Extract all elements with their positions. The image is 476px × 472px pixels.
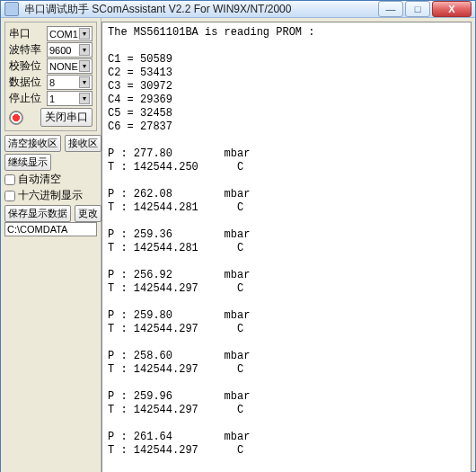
chevron-down-icon: ▾ — [79, 44, 90, 56]
data-select[interactable]: 8▾ — [47, 75, 93, 90]
maximize-button[interactable]: □ — [405, 1, 430, 17]
window-title: 串口调试助手 SComAssistant V2.2 For WIN9X/NT/2… — [24, 2, 378, 17]
close-port-button[interactable]: 关闭串口 — [40, 108, 93, 127]
stop-label: 停止位 — [9, 91, 47, 106]
baud-label: 波特率 — [9, 42, 47, 58]
continue-display-button[interactable]: 继续显示 — [4, 154, 51, 171]
port-select[interactable]: COM1▾ — [47, 26, 93, 41]
chevron-down-icon: ▾ — [79, 28, 90, 40]
save-data-button[interactable]: 保存显示数据 — [4, 205, 71, 222]
console-output[interactable]: The MS561101BA is reading PROM : C1 = 50… — [101, 22, 472, 472]
port-led-icon — [9, 111, 23, 125]
minimize-button[interactable]: — — [378, 1, 403, 17]
stop-select[interactable]: 1▾ — [47, 91, 93, 106]
baud-select[interactable]: 9600▾ — [47, 42, 93, 58]
clear-rx-button[interactable]: 清空接收区 — [4, 135, 61, 152]
data-label: 数据位 — [9, 75, 47, 90]
auto-clear-checkbox[interactable]: 自动清空 — [4, 172, 97, 187]
hex-display-checkbox[interactable]: 十六进制显示 — [4, 188, 97, 203]
parity-select[interactable]: NONE▾ — [47, 58, 93, 74]
rx-area-button[interactable]: 接收区 — [65, 135, 101, 152]
chevron-down-icon: ▾ — [79, 60, 90, 72]
parity-label: 校验位 — [9, 58, 47, 74]
app-icon — [4, 2, 19, 16]
port-group: 串口 COM1▾ 波特率 9600▾ 校验位 NONE▾ 数据位 8▾ 停止位 … — [4, 22, 97, 131]
change-path-button[interactable]: 更改 — [75, 205, 101, 222]
port-label: 串口 — [9, 26, 47, 41]
titlebar: 串口调试助手 SComAssistant V2.2 For WIN9X/NT/2… — [1, 1, 475, 18]
save-path-field[interactable]: C:\COMDATA — [4, 222, 97, 236]
chevron-down-icon: ▾ — [79, 76, 90, 88]
close-button[interactable]: X — [432, 1, 472, 17]
sidebar: 串口 COM1▾ 波特率 9600▾ 校验位 NONE▾ 数据位 8▾ 停止位 … — [1, 18, 101, 472]
chevron-down-icon: ▾ — [79, 93, 90, 104]
